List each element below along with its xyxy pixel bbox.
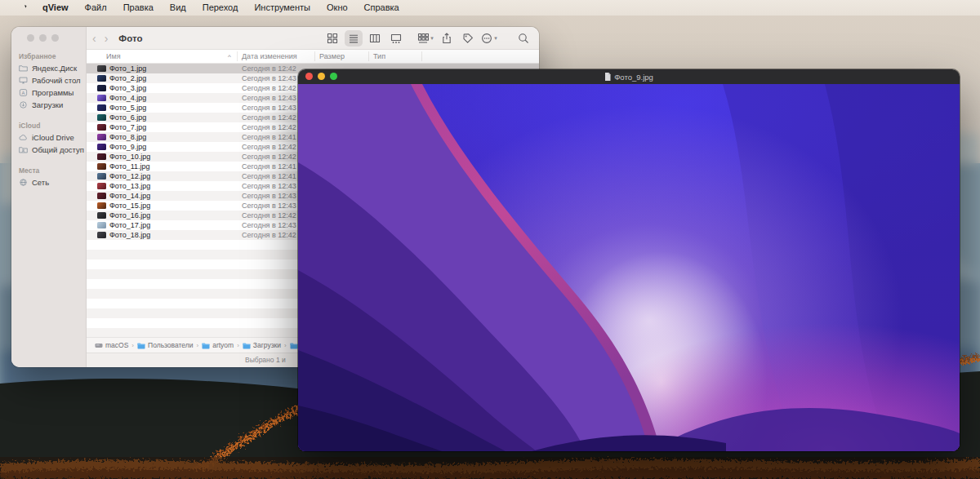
sidebar-item[interactable]: Сеть: [11, 176, 86, 188]
file-date: Сегодня в 12:43: [242, 192, 296, 200]
gallery-view-icon: [390, 33, 402, 44]
sidebar-item-label: Общий доступ: [32, 145, 84, 154]
folder-blue-icon: [137, 342, 145, 349]
menu-item-правка[interactable]: Правка: [115, 0, 162, 16]
file-thumbnail: [97, 232, 106, 238]
sidebar-item-label: Загрузки: [32, 100, 63, 109]
photo-monterey-wallpaper: [298, 84, 960, 451]
menu-item-файл[interactable]: Файл: [77, 0, 115, 16]
sidebar-item[interactable]: Яндекс.Диск: [11, 62, 86, 74]
file-name: Фото_18.jpg: [109, 231, 240, 239]
tag-icon: [462, 33, 474, 44]
sidebar-item[interactable]: Общий доступ: [11, 144, 86, 156]
file-date: Сегодня в 12:42: [242, 153, 296, 161]
column-header-size[interactable]: Размер: [319, 50, 345, 64]
sort-ascending-icon[interactable]: ^: [228, 50, 231, 64]
breadcrumb[interactable]: Загрузки: [243, 341, 281, 349]
close-button[interactable]: [27, 34, 34, 42]
disk-icon: [95, 342, 103, 349]
sidebar-item[interactable]: iCloud Drive: [11, 131, 86, 144]
file-thumbnail: [97, 183, 106, 189]
file-name: Фото_11.jpg: [109, 162, 240, 171]
file-thumbnail: [97, 222, 106, 228]
folder-blue-icon: [243, 342, 251, 349]
menu-bar: qViewФайлПравкаВидПереходИнструментыОкно…: [0, 0, 980, 16]
column-view-button[interactable]: [366, 30, 384, 47]
file-date: Сегодня в 12:42: [242, 64, 296, 73]
minimize-button[interactable]: [318, 73, 325, 80]
more-icon: [481, 33, 492, 44]
close-button[interactable]: [305, 73, 313, 80]
breadcrumb-separator: ›: [237, 342, 239, 349]
menu-item-справка[interactable]: Справка: [356, 0, 408, 16]
breadcrumb[interactable]: macOS: [95, 341, 128, 349]
finder-sidebar: ИзбранноеЯндекс.ДискРабочий столAПрограм…: [11, 27, 87, 367]
breadcrumb-label: Пользователи: [148, 341, 193, 349]
file-date: Сегодня в 12:42: [242, 231, 296, 239]
more-button[interactable]: ▾: [480, 30, 498, 47]
zoom-button[interactable]: [330, 73, 337, 80]
sidebar-item[interactable]: Рабочий стол: [11, 74, 86, 86]
selection-status: Выбрано 1 и: [245, 356, 286, 364]
file-date: Сегодня в 12:43: [242, 94, 296, 102]
file-thumbnail: [97, 104, 106, 111]
breadcrumb[interactable]: Пользователи: [137, 341, 193, 349]
file-name: Фото_10.jpg: [109, 153, 240, 161]
forward-button[interactable]: ›: [99, 28, 114, 49]
minimize-button[interactable]: [39, 34, 47, 42]
file-thumbnail: [97, 134, 106, 140]
file-date: Сегодня в 12:42: [242, 211, 296, 220]
menu-item-инструменты[interactable]: Инструменты: [246, 0, 318, 16]
tag-button[interactable]: [459, 30, 477, 47]
group-button[interactable]: ▾: [416, 30, 434, 47]
sidebar-item[interactable]: Загрузки: [11, 99, 86, 111]
file-name: Фото_13.jpg: [109, 182, 240, 190]
network-icon: [19, 178, 28, 187]
file-date: Сегодня в 12:41: [242, 172, 296, 180]
icon-view-button[interactable]: [323, 30, 341, 47]
file-thumbnail: [97, 193, 106, 199]
column-header-date[interactable]: Дата изменения: [242, 50, 297, 64]
breadcrumb-label: Загрузки: [253, 341, 281, 349]
column-header-name[interactable]: Имя: [106, 50, 121, 64]
file-date: Сегодня в 12:41: [242, 133, 296, 141]
list-column-headers: Имя ^ Дата изменения Размер Тип: [87, 50, 539, 64]
file-name: Фото_17.jpg: [109, 221, 240, 229]
cloud-icon: [19, 133, 28, 142]
menu-item-вид[interactable]: Вид: [162, 0, 194, 16]
file-thumbnail: [97, 153, 106, 160]
desktop: qViewФайлПравкаВидПереходИнструментыОкно…: [0, 0, 980, 479]
menu-item-переход[interactable]: Переход: [194, 0, 247, 16]
apple-menu-icon[interactable]: [10, 2, 34, 13]
column-header-type[interactable]: Тип: [373, 50, 385, 64]
qview-window: Фото_9.jpg: [298, 69, 960, 451]
search-button[interactable]: [514, 30, 532, 47]
list-view-icon: [348, 33, 359, 44]
file-name: Фото_3.jpg: [109, 84, 240, 92]
file-name: Фото_15.jpg: [109, 202, 240, 210]
file-name: Фото_12.jpg: [109, 172, 240, 180]
file-date: Сегодня в 12:42: [242, 143, 296, 151]
gallery-view-button[interactable]: [387, 30, 405, 47]
finder-window-title: Фото: [118, 33, 142, 43]
image-viewer-canvas[interactable]: [298, 84, 960, 451]
file-thumbnail: [97, 202, 106, 209]
zoom-button[interactable]: [51, 34, 59, 42]
chevron-down-icon: ▾: [430, 35, 434, 42]
file-thumbnail: [97, 75, 106, 82]
file-name: Фото_5.jpg: [109, 104, 240, 112]
file-name: Фото_7.jpg: [109, 123, 240, 131]
file-date: Сегодня в 12:43: [242, 202, 296, 210]
folder-blue-icon: [290, 342, 298, 349]
applications-icon: A: [19, 88, 28, 97]
menu-item-app[interactable]: qView: [34, 0, 77, 16]
sidebar-item[interactable]: AПрограммы: [11, 86, 86, 99]
list-view-button[interactable]: [345, 30, 363, 47]
breadcrumb[interactable]: artyom: [202, 341, 234, 349]
share-button[interactable]: [438, 30, 456, 47]
file-thumbnail: [97, 173, 106, 180]
sidebar-item-label: Яндекс.Диск: [32, 64, 77, 73]
file-thumbnail: [97, 65, 106, 72]
menu-item-окно[interactable]: Окно: [318, 0, 356, 16]
downloads-icon: [19, 100, 28, 109]
